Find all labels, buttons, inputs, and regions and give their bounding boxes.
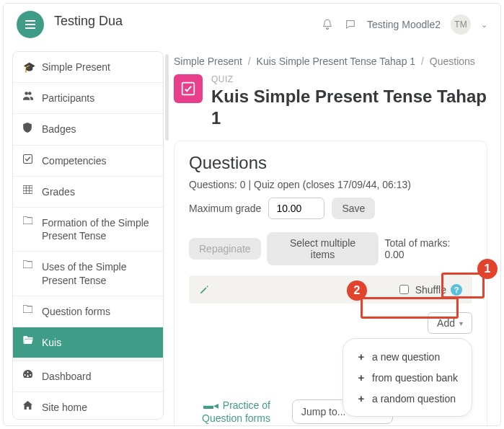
add-dropdown: +a new question +from question bank +a r… [342,338,472,417]
graduation-cap-icon: 🎓 [23,61,35,74]
sidebar-item-label: Kuis [42,336,153,349]
quiz-meta: Questions: 0 | Quiz open (closes 17/09/4… [189,179,472,190]
prev-line1: Practice of [223,399,270,411]
breadcrumb-link[interactable]: Kuis Simple Present Tense Tahap 1 [257,56,416,67]
sidebar-item-kuis[interactable]: Kuis [13,327,163,358]
user-name[interactable]: Testing Moodle2 [367,19,441,30]
jump-label: Jump to... [301,406,345,417]
sidebar-item-label: Uses of the Simple Present Tense [42,260,153,286]
shuffle-label: Shuffle [415,284,446,296]
sidebar-item-label: Formation of the Simple Present Tense [42,216,153,242]
sidebar-item-grades[interactable]: Grades [13,177,163,208]
panel-heading: Questions [189,153,472,173]
pencil-icon [199,285,209,295]
plus-icon: + [356,371,366,384]
drawer-splitter[interactable] [164,45,169,425]
avatar[interactable]: TM [451,14,471,35]
users-icon [23,92,35,100]
sidebar-item-course[interactable]: 🎓Simple Present [13,52,163,83]
sidebar-item-label: Competencies [42,154,153,167]
sidebar-item-topic[interactable]: Question forms [13,296,163,327]
repaginate-button[interactable]: Repaginate [189,238,261,260]
prev-line2: Question forms [202,412,270,424]
dd-label: from question bank [372,372,458,384]
sidebar-item-participants[interactable]: Participants [13,83,163,114]
page-title: Kuis Simple Present Tense Tahap 1 [211,86,487,129]
edit-page-button[interactable] [199,285,209,295]
hamburger-icon [25,20,35,29]
sidebar-item-label: Site home [42,401,153,414]
sidebar-item-label: Question forms [42,305,153,318]
maxgrade-input[interactable] [268,198,324,219]
add-button-label: Add [437,317,455,329]
folder-icon [23,216,35,224]
notifications-button[interactable] [321,18,334,31]
sidebar-item-label: Badges [42,123,153,136]
folder-open-icon [23,336,35,344]
home-icon [23,401,35,410]
user-menu-caret[interactable]: ⌄ [481,20,487,30]
sidebar-item-competencies[interactable]: Competencies [13,146,163,177]
folder-icon [23,260,35,268]
plus-icon: + [356,350,366,363]
messages-button[interactable] [344,18,357,31]
breadcrumb: Simple Present / Kuis Simple Present Ten… [174,56,487,67]
select-multiple-button[interactable]: Select multiple items [267,232,379,265]
sidebar-item-dashboard[interactable]: Dashboard [13,361,163,392]
sidebar-item-label: Dashboard [42,370,153,383]
plus-icon: + [356,392,366,404]
shuffle-checkbox[interactable] [399,285,409,294]
folder-icon [23,305,35,313]
chat-icon [345,19,356,30]
questions-panel: Questions Questions: 0 | Quiz open (clos… [174,141,487,425]
sidebar-item-sitehome[interactable]: Site home [13,392,163,420]
save-button[interactable]: Save [332,198,375,219]
add-button[interactable]: Add ▾ [428,312,472,334]
sidebar-item-badges[interactable]: Badges [13,114,163,145]
bell-icon [322,19,333,30]
quiz-icon [174,74,203,103]
sidebar: 🎓Simple Present Participants Badges Comp… [12,51,164,420]
sidebar-item-topic[interactable]: Uses of the Simple Present Tense [13,252,163,296]
site-name: Testing Dua [54,14,123,29]
prev-activity-link[interactable]: ▬◂ Practice of Question forms [202,399,270,425]
check-icon [23,154,35,164]
dd-label: a random question [372,393,456,404]
add-from-bank-item[interactable]: +from question bank [355,367,460,388]
breadcrumb-link[interactable]: Simple Present [174,56,242,67]
add-new-question-item[interactable]: +a new question [355,346,460,367]
help-icon[interactable]: ? [451,284,462,296]
caret-down-icon: ▾ [459,319,463,327]
total-marks: Total of marks: 0.00 [384,237,472,260]
maxgrade-label: Maximum grade [189,203,261,214]
arrow-left-icon: ▬◂ [203,399,218,411]
dd-label: a new question [372,351,440,363]
hamburger-menu-button[interactable] [17,11,44,38]
sidebar-item-topic[interactable]: Formation of the Simple Present Tense [13,208,163,252]
sidebar-item-label: Grades [42,185,153,198]
dashboard-icon [23,370,35,379]
module-type-label: QUIZ [211,74,487,84]
badge-icon [23,123,35,133]
sidebar-item-label: Simple Present [42,61,153,74]
breadcrumb-current: Questions [430,56,475,67]
sidebar-item-label: Participants [42,92,153,105]
add-random-question-item[interactable]: +a random question [355,388,460,409]
grid-icon [23,185,35,194]
